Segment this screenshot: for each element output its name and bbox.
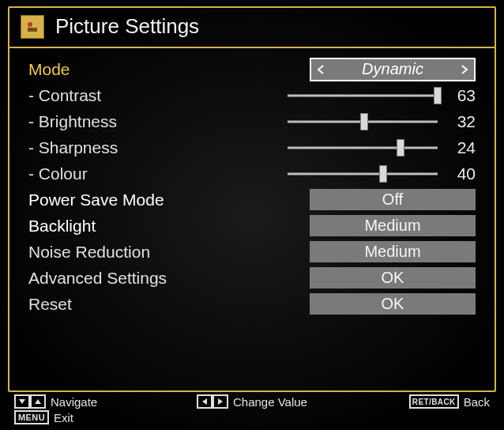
mode-value: Dynamic <box>327 60 458 78</box>
power-save-value[interactable]: Off <box>310 189 476 210</box>
label-brightness: Brightness <box>28 112 265 131</box>
reset-button[interactable]: OK <box>310 293 476 315</box>
row-advanced-settings[interactable]: Advanced Settings OK <box>28 265 476 291</box>
footer-hints: Navigate Change Value RET/BACK Back MENU… <box>14 394 490 425</box>
navigate-label: Navigate <box>51 395 97 409</box>
label-contrast: Contrast <box>28 86 265 105</box>
row-power-save[interactable]: Power Save Mode Off <box>28 187 476 213</box>
label-mode: Mode <box>28 60 265 79</box>
label-noise-reduction: Noise Reduction <box>28 243 265 262</box>
slider-thumb[interactable] <box>434 87 442 104</box>
back-label: Back <box>464 395 490 409</box>
hint-back: RET/BACK Back <box>331 394 490 409</box>
label-colour: Colour <box>28 164 265 183</box>
hint-change-value: Change Value <box>173 394 332 409</box>
label-backlight: Backlight <box>28 217 265 236</box>
exit-label: Exit <box>54 411 73 424</box>
noise-reduction-value[interactable]: Medium <box>310 241 476 262</box>
panel-header: Picture Settings <box>9 8 495 48</box>
slider-colour[interactable] <box>288 167 438 181</box>
slider-thumb[interactable] <box>360 113 368 130</box>
value-brightness: 32 <box>447 112 476 131</box>
value-sharpness: 24 <box>447 138 476 157</box>
svg-marker-3 <box>35 399 41 404</box>
slider-sharpness[interactable] <box>288 141 438 155</box>
backlight-value[interactable]: Medium <box>310 215 476 236</box>
updown-keys-icon <box>14 394 46 409</box>
slider-thumb[interactable] <box>397 139 404 157</box>
svg-marker-2 <box>19 399 25 404</box>
leftright-keys-icon <box>197 394 228 409</box>
chevron-left-icon[interactable] <box>314 63 327 76</box>
value-contrast: 63 <box>447 86 476 105</box>
row-contrast[interactable]: Contrast 63 <box>28 82 476 108</box>
row-brightness[interactable]: Brightness 32 <box>28 108 476 134</box>
slider-thumb[interactable] <box>379 165 387 183</box>
row-sharpness[interactable]: Sharpness 24 <box>28 134 476 160</box>
settings-panel: Picture Settings Mode Dynamic <box>8 6 496 392</box>
row-noise-reduction[interactable]: Noise Reduction Medium <box>28 239 476 265</box>
change-value-label: Change Value <box>233 395 307 409</box>
settings-list: Mode Dynamic Contrast <box>9 48 495 390</box>
slider-contrast[interactable] <box>288 89 438 103</box>
menu-key-icon: MENU <box>14 410 49 424</box>
screen: Picture Settings Mode Dynamic <box>0 0 504 430</box>
svg-marker-5 <box>218 398 223 405</box>
label-reset: Reset <box>28 295 265 314</box>
advanced-settings-button[interactable]: OK <box>310 267 476 289</box>
label-sharpness: Sharpness <box>28 138 265 157</box>
retback-key-icon: RET/BACK <box>409 394 459 409</box>
slider-brightness[interactable] <box>288 115 438 129</box>
hint-exit: MENU Exit <box>14 410 173 424</box>
svg-point-0 <box>28 22 32 27</box>
label-power-save: Power Save Mode <box>28 190 265 209</box>
picture-settings-icon <box>21 15 44 39</box>
row-colour[interactable]: Colour 40 <box>28 160 476 187</box>
mode-selector[interactable]: Dynamic <box>310 58 476 81</box>
row-reset[interactable]: Reset OK <box>28 291 476 317</box>
hint-navigate: Navigate <box>14 394 173 409</box>
row-mode[interactable]: Mode Dynamic <box>28 56 476 82</box>
row-backlight[interactable]: Backlight Medium <box>28 213 476 239</box>
svg-marker-4 <box>202 398 207 405</box>
svg-rect-1 <box>28 28 37 32</box>
chevron-right-icon[interactable] <box>458 63 471 76</box>
label-advanced-settings: Advanced Settings <box>28 269 265 288</box>
panel-title: Picture Settings <box>55 14 199 39</box>
value-colour: 40 <box>447 164 476 183</box>
